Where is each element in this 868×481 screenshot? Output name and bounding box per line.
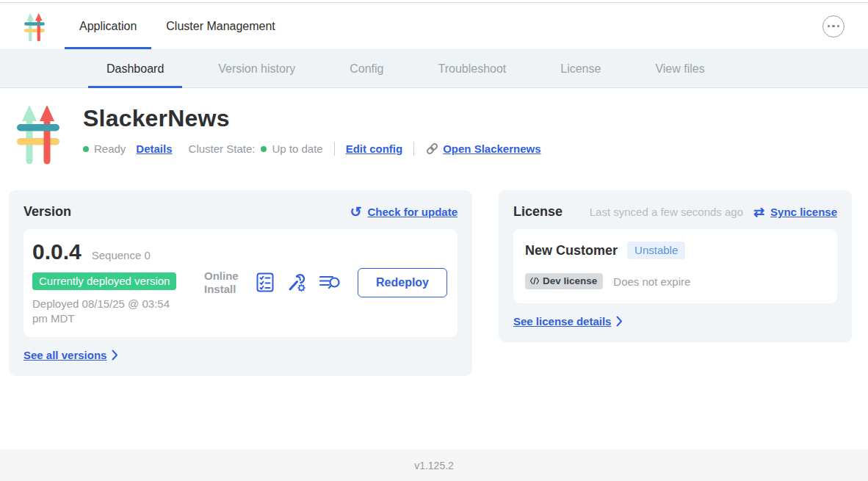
version-card-header: Version ↺ Check for update: [23, 204, 457, 220]
current-version-panel: 0.0.4 Sequence 0 Currently deployed vers…: [23, 229, 457, 337]
brand-logo: [22, 10, 48, 43]
app-sub-nav: Dashboard Version history Config Trouble…: [0, 50, 868, 88]
edit-config-link[interactable]: Edit config: [346, 142, 403, 155]
license-type-tag: Dev license: [525, 273, 603, 289]
see-all-versions-label: See all versions: [23, 349, 106, 361]
license-panel: New Customer Unstable Dev license: [513, 229, 837, 303]
tab-view-files[interactable]: View files: [628, 50, 731, 87]
details-link[interactable]: Details: [136, 142, 172, 155]
tab-license[interactable]: License: [533, 50, 628, 87]
page-title: SlackerNews: [83, 105, 541, 132]
open-app-link[interactable]: Open Slackernews: [425, 142, 540, 156]
last-synced-text: Last synced a few seconds ago: [590, 206, 743, 218]
tab-version-history-label: Version history: [218, 62, 295, 76]
tab-dashboard[interactable]: Dashboard: [79, 50, 191, 87]
version-number: 0.0.4: [32, 239, 82, 264]
redeploy-button[interactable]: Redeploy: [358, 268, 447, 297]
open-app-label: Open Slackernews: [443, 142, 540, 155]
see-license-details-link[interactable]: See license details: [513, 315, 837, 328]
see-license-details-label: See license details: [513, 315, 611, 328]
deployed-timestamp: Deployed 08/15/25 @ 03:54 pm MDT: [32, 297, 183, 325]
app-status-text: Ready: [94, 142, 126, 155]
license-expiry: Does not expire: [613, 275, 690, 288]
divider: [334, 142, 335, 156]
slackernews-logo-icon: [22, 10, 47, 43]
tab-license-label: License: [560, 62, 601, 76]
top-nav: Application Cluster Management: [0, 3, 868, 50]
page: Application Cluster Management Dashboard…: [0, 0, 868, 481]
tab-application[interactable]: Application: [65, 3, 151, 49]
chain-link-icon: [425, 142, 439, 156]
dashboard-cards: Version ↺ Check for update 0.0.4 Sequenc…: [9, 190, 852, 376]
chevron-right-icon: [112, 350, 118, 361]
cluster-state-dot: [261, 146, 267, 152]
config-wrench-icon[interactable]: [286, 272, 306, 292]
top-nav-tabs: Application Cluster Management: [65, 3, 290, 49]
cluster-state-label: Cluster State:: [189, 142, 256, 155]
version-details: 0.0.4 Sequence 0 Currently deployed vers…: [32, 239, 198, 325]
tab-troubleshoot-label: Troubleshoot: [438, 62, 506, 76]
console-version: v1.125.2: [414, 460, 454, 471]
tab-dashboard-label: Dashboard: [106, 62, 164, 76]
tab-config-label: Config: [350, 62, 383, 76]
cluster-state-text: Up to date: [272, 142, 322, 155]
sync-icon: ⇄: [753, 206, 764, 219]
divider: [413, 142, 414, 156]
version-actions: Online Install: [204, 268, 447, 297]
tab-version-history[interactable]: Version history: [191, 50, 322, 87]
app-info: SlackerNews Ready Details Cluster State:…: [83, 99, 541, 167]
check-update-link: Check for update: [367, 206, 457, 218]
license-card-title: License: [513, 204, 563, 220]
preflight-checks-icon[interactable]: [256, 272, 274, 292]
check-update-action[interactable]: ↺ Check for update: [350, 205, 457, 219]
footer: v1.125.2: [0, 449, 868, 481]
code-icon: [529, 277, 540, 285]
tab-config[interactable]: Config: [322, 50, 411, 87]
tab-application-label: Application: [79, 20, 137, 33]
app-header: SlackerNews Ready Details Cluster State:…: [0, 89, 868, 167]
app-logo-icon: [13, 99, 63, 167]
tab-cluster-management[interactable]: Cluster Management: [151, 3, 290, 49]
chevron-right-icon: [616, 316, 623, 327]
tab-troubleshoot[interactable]: Troubleshoot: [411, 50, 533, 87]
license-card: License Last synced a few seconds ago ⇄ …: [499, 190, 852, 342]
main-content: SlackerNews Ready Details Cluster State:…: [0, 89, 868, 449]
customer-name: New Customer: [525, 243, 618, 258]
sync-license-link[interactable]: Sync license: [770, 206, 837, 218]
license-type-label: Dev license: [543, 275, 597, 286]
refresh-icon: ↺: [350, 205, 362, 219]
channel-badge: Unstable: [627, 242, 685, 259]
tab-view-files-label: View files: [655, 62, 704, 76]
deployed-badge: Currently deployed version: [32, 272, 176, 290]
see-all-versions-link[interactable]: See all versions: [23, 349, 457, 361]
install-type-label: Online Install: [204, 270, 244, 296]
view-logs-icon[interactable]: [319, 273, 341, 292]
version-card: Version ↺ Check for update 0.0.4 Sequenc…: [9, 190, 472, 376]
app-status-row: Ready Details Cluster State: Up to date …: [83, 142, 541, 156]
tab-cluster-management-label: Cluster Management: [166, 20, 275, 33]
version-sequence: Sequence 0: [92, 249, 151, 261]
more-menu-icon[interactable]: [822, 15, 845, 37]
version-card-title: Version: [23, 204, 71, 220]
license-card-header: License Last synced a few seconds ago ⇄ …: [513, 204, 837, 220]
app-status-dot: [83, 146, 89, 152]
